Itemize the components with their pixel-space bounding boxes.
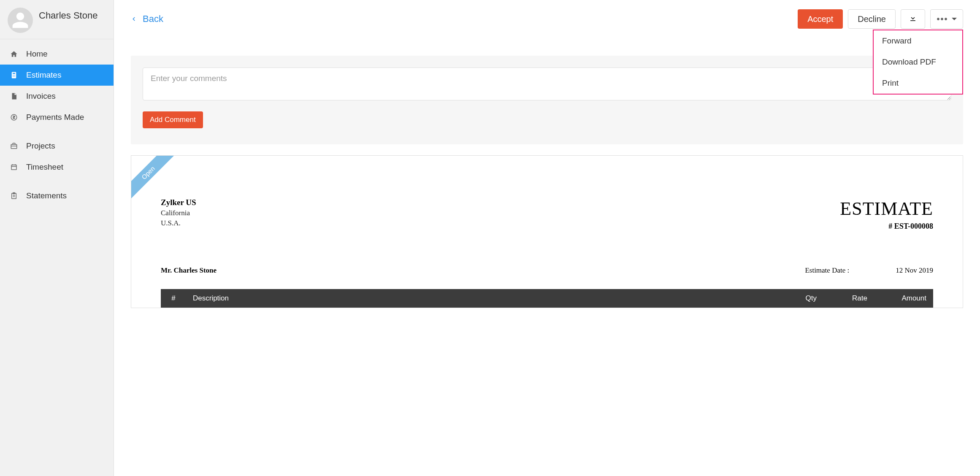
status-ribbon: Open xyxy=(131,155,179,204)
company-line1: California xyxy=(161,209,196,217)
chevron-down-icon xyxy=(952,18,957,20)
company-name: Zylker US xyxy=(161,198,196,207)
sidebar-item-home[interactable]: Home xyxy=(0,43,114,65)
sidebar-item-label: Timesheet xyxy=(26,162,63,172)
line-items-table: # Description Qty Rate Amount xyxy=(161,289,933,308)
svg-point-5 xyxy=(13,76,14,77)
dropdown-item-download-pdf[interactable]: Download PDF xyxy=(874,51,962,73)
add-comment-button[interactable]: Add Comment xyxy=(143,111,203,128)
sidebar-item-estimates[interactable]: Estimates xyxy=(0,65,114,86)
estimate-date-row: Estimate Date : 12 Nov 2019 xyxy=(805,266,933,275)
timesheet-icon xyxy=(8,163,19,171)
back-link[interactable]: Back xyxy=(131,14,163,24)
accept-button[interactable]: Accept xyxy=(798,9,843,29)
more-menu-button[interactable]: ••• xyxy=(930,9,963,29)
col-rate: Rate xyxy=(823,289,874,308)
more-icon: ••• xyxy=(937,14,948,24)
svg-point-2 xyxy=(13,75,14,76)
decline-label: Decline xyxy=(858,14,886,24)
dropdown-item-print[interactable]: Print xyxy=(874,73,962,94)
top-actions: Accept Decline ••• xyxy=(798,9,963,29)
profile-block: Charles Stone xyxy=(0,0,114,39)
document-title: ESTIMATE xyxy=(840,198,933,219)
briefcase-icon xyxy=(8,142,19,150)
main-content: Back Accept Decline ••• xyxy=(114,0,980,476)
svg-rect-1 xyxy=(13,73,15,74)
estimate-date-label: Estimate Date : xyxy=(805,266,849,275)
sidebar-item-payments[interactable]: Payments Made xyxy=(0,107,114,128)
profile-name: Charles Stone xyxy=(39,10,97,21)
clipboard-icon xyxy=(8,192,19,200)
svg-point-7 xyxy=(15,76,16,77)
more-dropdown: Forward Download PDF Print xyxy=(873,30,963,95)
document-number: # EST-000008 xyxy=(840,222,933,231)
chevron-left-icon xyxy=(131,15,137,23)
download-icon xyxy=(909,14,917,24)
svg-rect-10 xyxy=(11,165,16,170)
col-amount: Amount xyxy=(874,289,933,308)
add-comment-label: Add Comment xyxy=(150,116,196,124)
decline-button[interactable]: Decline xyxy=(848,9,896,29)
col-description: Description xyxy=(186,289,773,308)
dropdown-item-forward[interactable]: Forward xyxy=(874,30,962,51)
sidebar-item-invoices[interactable]: Invoices xyxy=(0,86,114,107)
sidebar-nav: Home Estimates Invoices Payments Made xyxy=(0,39,114,206)
topbar: Back Accept Decline ••• xyxy=(114,0,980,39)
dollar-circle-icon xyxy=(8,114,19,121)
calculator-icon xyxy=(8,71,19,79)
svg-rect-9 xyxy=(11,144,17,149)
col-qty: Qty xyxy=(773,289,823,308)
svg-point-4 xyxy=(15,75,16,76)
company-line2: U.S.A. xyxy=(161,219,196,227)
sidebar-item-label: Payments Made xyxy=(26,113,84,122)
sidebar-item-statements[interactable]: Statements xyxy=(0,185,114,206)
accept-label: Accept xyxy=(807,14,833,24)
sidebar-item-label: Estimates xyxy=(26,70,61,80)
sidebar-item-label: Statements xyxy=(26,191,67,200)
bill-to: Mr. Charles Stone xyxy=(161,266,217,275)
sidebar-item-label: Invoices xyxy=(26,92,56,101)
back-label: Back xyxy=(143,14,163,24)
avatar xyxy=(8,8,33,33)
estimate-document: Open Zylker US California U.S.A. ESTIMAT… xyxy=(131,155,963,308)
sidebar: Charles Stone Home Estimates Invoi xyxy=(0,0,114,476)
comment-section: Add Comment xyxy=(131,56,963,144)
svg-point-6 xyxy=(14,76,14,77)
svg-point-3 xyxy=(14,75,14,76)
estimate-date-value: 12 Nov 2019 xyxy=(896,266,933,275)
sidebar-item-projects[interactable]: Projects xyxy=(0,135,114,157)
col-num: # xyxy=(161,289,186,308)
doc-title-block: ESTIMATE # EST-000008 xyxy=(840,198,933,231)
download-button[interactable] xyxy=(901,9,925,29)
company-block: Zylker US California U.S.A. xyxy=(161,198,196,227)
sidebar-item-label: Projects xyxy=(26,141,55,151)
sidebar-item-label: Home xyxy=(26,49,48,59)
sidebar-item-timesheet[interactable]: Timesheet xyxy=(0,157,114,178)
home-icon xyxy=(8,50,19,58)
comment-input[interactable] xyxy=(143,68,951,100)
document-icon xyxy=(8,92,19,100)
